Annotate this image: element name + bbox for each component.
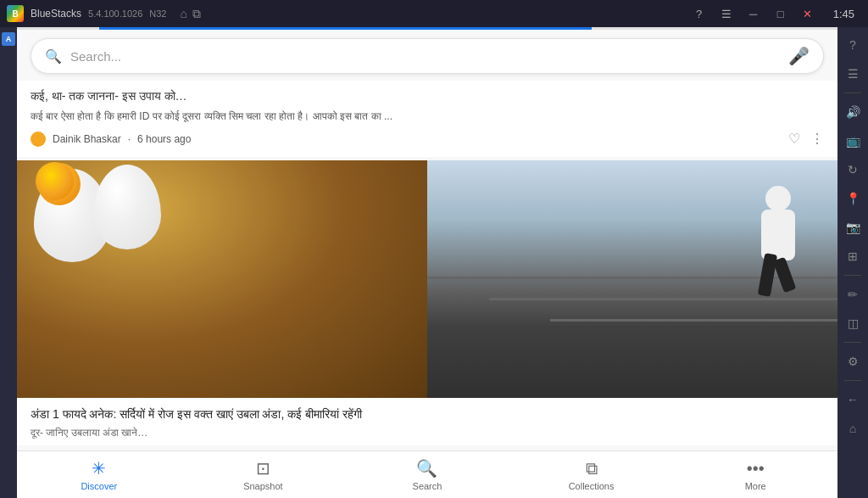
sidebar-home-btn[interactable]: ⌂ bbox=[840, 416, 865, 441]
sidebar-settings-btn[interactable]: ⚙ bbox=[840, 349, 865, 374]
more-options-button[interactable]: ⋮ bbox=[810, 131, 824, 147]
left-badge: A bbox=[0, 27, 17, 498]
article-top-title: कई, था- तक जानना- इस उपाय को… bbox=[31, 89, 824, 104]
eggs-image bbox=[17, 160, 427, 398]
nav-snapshot-label: Snapshot bbox=[243, 481, 282, 491]
search-bar[interactable]: 🔍 Search... 🎤 bbox=[31, 38, 824, 74]
sidebar-divider-2 bbox=[844, 275, 861, 276]
sidebar-menu-btn[interactable]: ☰ bbox=[840, 61, 865, 87]
sidebar-crop-btn[interactable]: ⊞ bbox=[840, 243, 865, 269]
progress-bar bbox=[17, 27, 837, 30]
right-sidebar: ? ☰ 🔊 📺 ↻ 📍 📷 ⊞ ✏ ◫ ⚙ ← ⌂ bbox=[837, 27, 868, 498]
sidebar-location-btn[interactable]: 📍 bbox=[840, 186, 865, 211]
nav-discover[interactable]: ✳ Discover bbox=[17, 451, 181, 498]
article-caption-text: अंडा 1 फायदे अनेक: सर्दियों में रोज इस व… bbox=[31, 406, 824, 423]
article-caption-sub: दूर- जानिए उबलाया अंडा खाने… bbox=[31, 427, 824, 439]
nav-snapshot[interactable]: ⊡ Snapshot bbox=[181, 451, 346, 498]
nav-collections-label: Collections bbox=[569, 481, 615, 491]
collections-icon: ⧉ bbox=[586, 459, 598, 478]
article-actions: ♡ ⋮ bbox=[788, 131, 824, 147]
nav-search-label: Search bbox=[413, 481, 442, 491]
nav-more-label: More bbox=[745, 481, 766, 491]
progress-fill bbox=[99, 27, 592, 30]
sidebar-divider-1 bbox=[844, 92, 861, 93]
runner-head bbox=[765, 186, 791, 211]
snapshot-icon: ⊡ bbox=[256, 458, 270, 478]
sidebar-layers-btn[interactable]: ◫ bbox=[840, 311, 865, 336]
like-button[interactable]: ♡ bbox=[788, 131, 800, 147]
bottom-nav: ✳ Discover ⊡ Snapshot 🔍 Search ⧉ Collect… bbox=[17, 450, 837, 498]
nav-search[interactable]: 🔍 Search bbox=[345, 451, 509, 498]
nav-more[interactable]: ••• More bbox=[673, 451, 837, 498]
source-dot bbox=[31, 131, 46, 147]
sidebar-volume-btn[interactable]: 🔊 bbox=[840, 99, 865, 125]
search-placeholder[interactable]: Search... bbox=[70, 49, 780, 64]
help-button[interactable]: ? bbox=[687, 2, 711, 25]
nav-discover-label: Discover bbox=[81, 481, 117, 491]
app-logo: B bbox=[7, 5, 24, 22]
runner-figure bbox=[744, 186, 812, 322]
mic-icon[interactable]: 🎤 bbox=[788, 46, 810, 66]
discover-icon: ✳ bbox=[92, 458, 106, 478]
sidebar-rotate-btn[interactable]: ↻ bbox=[840, 157, 865, 182]
maximize-button[interactable]: □ bbox=[769, 2, 793, 25]
sidebar-camera-btn[interactable]: 📷 bbox=[840, 215, 865, 240]
more-icon: ••• bbox=[747, 459, 765, 478]
sidebar-divider-4 bbox=[844, 380, 861, 381]
runner-image bbox=[427, 160, 837, 398]
article-meta: Dainik Bhaskar · 6 hours ago ♡ ⋮ bbox=[31, 131, 824, 147]
app-version: 5.4.100.1026 bbox=[88, 8, 142, 19]
sidebar-divider-3 bbox=[844, 342, 861, 343]
search-icon: 🔍 bbox=[45, 48, 62, 64]
menu-button[interactable]: ☰ bbox=[715, 2, 738, 25]
article-caption: अंडा 1 फायदे अनेक: सर्दियों में रोज इस व… bbox=[17, 398, 837, 445]
sidebar-question-btn[interactable]: ? bbox=[840, 32, 865, 58]
time-display: 1:45 bbox=[826, 8, 861, 20]
search-nav-icon: 🔍 bbox=[416, 458, 437, 478]
time-ago: · bbox=[128, 133, 131, 145]
article-top-card: कई, था- तक जानना- इस उपाय को… कई बार ऐसा… bbox=[17, 81, 837, 157]
title-icons: ⌂ ⧉ bbox=[180, 7, 200, 21]
sidebar-back-btn[interactable]: ← bbox=[840, 387, 865, 412]
nav-collections[interactable]: ⧉ Collections bbox=[509, 451, 674, 498]
app-content: 🔍 Search... 🎤 कई, था- तक जानना- इस उपाय … bbox=[17, 27, 837, 498]
minimize-button[interactable]: ─ bbox=[742, 2, 765, 25]
sidebar-draw-btn[interactable]: ✏ bbox=[840, 282, 865, 307]
layers-icon[interactable]: ⧉ bbox=[192, 7, 201, 21]
image-article-card: अंडा 1 फायदे अनेक: सर्दियों में रोज इस व… bbox=[17, 160, 837, 445]
search-bar-wrapper: 🔍 Search... 🎤 bbox=[17, 30, 837, 81]
window-controls: ? ☰ ─ □ ✕ bbox=[687, 2, 820, 25]
article-top-excerpt: कई बार ऐसा होता है कि हमारी ID पर कोई दू… bbox=[31, 109, 824, 124]
article-time: 6 hours ago bbox=[137, 133, 191, 145]
sidebar-screen-btn[interactable]: 📺 bbox=[840, 128, 865, 154]
runner-leg-2 bbox=[773, 257, 797, 294]
title-bar: B BlueStacks 5.4.100.1026 N32 ⌂ ⧉ ? ☰ ─ … bbox=[0, 0, 868, 27]
app-name: BlueStacks bbox=[31, 8, 81, 20]
article-images bbox=[17, 160, 837, 398]
app-badge: A bbox=[2, 32, 15, 46]
close-button[interactable]: ✕ bbox=[796, 2, 820, 25]
source-name: Dainik Bhaskar bbox=[53, 133, 121, 145]
home-icon[interactable]: ⌂ bbox=[180, 7, 186, 20]
scroll-content[interactable]: कई, था- तक जानना- इस उपाय को… कई बार ऐसा… bbox=[17, 81, 837, 450]
main-container: A 🔍 Search... 🎤 कई, था- तक जानना- इस उपा… bbox=[0, 27, 868, 498]
app-ntag: N32 bbox=[149, 8, 166, 19]
